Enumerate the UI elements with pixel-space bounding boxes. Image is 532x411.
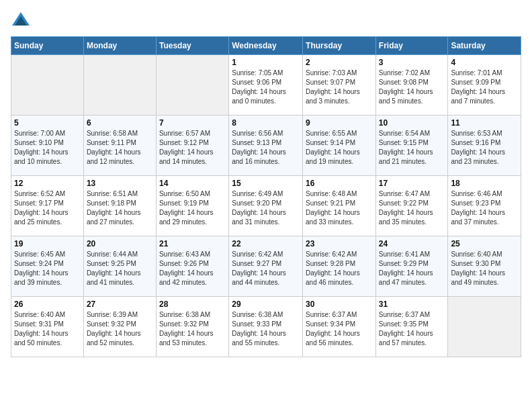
day-header-sunday: Sunday xyxy=(11,37,84,55)
day-info: Sunrise: 6:57 AM Sunset: 9:12 PM Dayligh… xyxy=(159,129,226,167)
calendar-cell: 12Sunrise: 6:52 AM Sunset: 9:17 PM Dayli… xyxy=(11,176,84,236)
calendar-table: SundayMondayTuesdayWednesdayThursdayFrid… xyxy=(11,36,521,357)
day-number: 25 xyxy=(451,239,518,248)
day-info: Sunrise: 6:42 AM Sunset: 9:28 PM Dayligh… xyxy=(306,250,373,287)
calendar-cell: 14Sunrise: 6:50 AM Sunset: 9:19 PM Dayli… xyxy=(156,176,228,236)
day-number: 9 xyxy=(306,118,373,128)
calendar-week-2: 5Sunrise: 7:00 AM Sunset: 9:10 PM Daylig… xyxy=(11,116,521,176)
calendar-cell: 28Sunrise: 6:38 AM Sunset: 9:32 PM Dayli… xyxy=(156,297,228,357)
calendar-cell: 10Sunrise: 6:54 AM Sunset: 9:15 PM Dayli… xyxy=(375,116,448,176)
calendar-cell: 21Sunrise: 6:43 AM Sunset: 9:26 PM Dayli… xyxy=(156,236,228,297)
day-info: Sunrise: 6:44 AM Sunset: 9:25 PM Dayligh… xyxy=(87,250,153,287)
calendar-cell: 27Sunrise: 6:39 AM Sunset: 9:32 PM Dayli… xyxy=(83,297,156,357)
day-number: 17 xyxy=(379,179,445,188)
day-number: 4 xyxy=(451,58,518,67)
day-header-saturday: Saturday xyxy=(448,37,521,55)
day-info: Sunrise: 6:46 AM Sunset: 9:23 PM Dayligh… xyxy=(451,189,518,227)
day-info: Sunrise: 7:01 AM Sunset: 9:09 PM Dayligh… xyxy=(451,68,518,106)
day-number: 23 xyxy=(306,239,373,248)
calendar-cell: 15Sunrise: 6:49 AM Sunset: 9:20 PM Dayli… xyxy=(229,176,303,236)
calendar-cell: 5Sunrise: 7:00 AM Sunset: 9:10 PM Daylig… xyxy=(11,116,84,176)
day-info: Sunrise: 6:37 AM Sunset: 9:34 PM Dayligh… xyxy=(306,310,373,348)
day-info: Sunrise: 6:55 AM Sunset: 9:14 PM Dayligh… xyxy=(306,129,373,167)
calendar-cell: 29Sunrise: 6:38 AM Sunset: 9:33 PM Dayli… xyxy=(229,297,303,357)
day-info: Sunrise: 6:52 AM Sunset: 9:17 PM Dayligh… xyxy=(14,189,81,227)
day-info: Sunrise: 6:42 AM Sunset: 9:27 PM Dayligh… xyxy=(232,250,300,287)
logo xyxy=(11,11,34,31)
calendar-cell: 1Sunrise: 7:05 AM Sunset: 9:06 PM Daylig… xyxy=(229,55,303,116)
day-number: 2 xyxy=(306,58,373,67)
calendar-cell: 11Sunrise: 6:53 AM Sunset: 9:16 PM Dayli… xyxy=(448,116,521,176)
day-number: 20 xyxy=(87,239,153,248)
day-info: Sunrise: 7:00 AM Sunset: 9:10 PM Dayligh… xyxy=(14,129,81,167)
day-number: 22 xyxy=(232,239,300,248)
day-number: 29 xyxy=(232,300,300,309)
day-number: 12 xyxy=(14,179,81,188)
day-info: Sunrise: 6:40 AM Sunset: 9:30 PM Dayligh… xyxy=(451,250,518,287)
day-number: 19 xyxy=(14,239,81,248)
calendar-cell: 3Sunrise: 7:02 AM Sunset: 9:08 PM Daylig… xyxy=(375,55,448,116)
day-header-tuesday: Tuesday xyxy=(156,37,228,55)
day-info: Sunrise: 6:48 AM Sunset: 9:21 PM Dayligh… xyxy=(306,189,373,227)
day-info: Sunrise: 7:02 AM Sunset: 9:08 PM Dayligh… xyxy=(379,68,445,106)
day-info: Sunrise: 6:51 AM Sunset: 9:18 PM Dayligh… xyxy=(87,189,153,227)
calendar-cell: 23Sunrise: 6:42 AM Sunset: 9:28 PM Dayli… xyxy=(303,236,376,297)
calendar-cell: 25Sunrise: 6:40 AM Sunset: 9:30 PM Dayli… xyxy=(448,236,521,297)
calendar-week-5: 26Sunrise: 6:40 AM Sunset: 9:31 PM Dayli… xyxy=(11,297,521,357)
calendar-cell: 20Sunrise: 6:44 AM Sunset: 9:25 PM Dayli… xyxy=(83,236,156,297)
day-number: 21 xyxy=(159,239,226,248)
day-number: 15 xyxy=(232,179,300,188)
day-info: Sunrise: 6:54 AM Sunset: 9:15 PM Dayligh… xyxy=(379,129,445,167)
day-info: Sunrise: 6:37 AM Sunset: 9:35 PM Dayligh… xyxy=(379,310,445,348)
day-info: Sunrise: 6:40 AM Sunset: 9:31 PM Dayligh… xyxy=(14,310,81,348)
day-number: 28 xyxy=(159,300,226,309)
day-header-wednesday: Wednesday xyxy=(229,37,303,55)
day-number: 14 xyxy=(159,179,226,188)
calendar-cell: 24Sunrise: 6:41 AM Sunset: 9:29 PM Dayli… xyxy=(375,236,448,297)
day-info: Sunrise: 6:38 AM Sunset: 9:33 PM Dayligh… xyxy=(232,310,300,348)
calendar-cell xyxy=(448,297,521,357)
day-number: 3 xyxy=(379,58,445,67)
day-info: Sunrise: 6:43 AM Sunset: 9:26 PM Dayligh… xyxy=(159,250,226,287)
calendar-cell: 31Sunrise: 6:37 AM Sunset: 9:35 PM Dayli… xyxy=(375,297,448,357)
day-number: 31 xyxy=(379,300,445,309)
calendar-cell: 13Sunrise: 6:51 AM Sunset: 9:18 PM Dayli… xyxy=(83,176,156,236)
day-info: Sunrise: 6:38 AM Sunset: 9:32 PM Dayligh… xyxy=(159,310,226,348)
day-number: 13 xyxy=(87,179,153,188)
day-number: 27 xyxy=(87,300,153,309)
day-info: Sunrise: 7:03 AM Sunset: 9:07 PM Dayligh… xyxy=(306,68,373,106)
calendar-cell: 8Sunrise: 6:56 AM Sunset: 9:13 PM Daylig… xyxy=(229,116,303,176)
day-number: 26 xyxy=(14,300,81,309)
calendar-week-1: 1Sunrise: 7:05 AM Sunset: 9:06 PM Daylig… xyxy=(11,55,521,116)
day-number: 30 xyxy=(306,300,373,309)
day-info: Sunrise: 6:45 AM Sunset: 9:24 PM Dayligh… xyxy=(14,250,81,287)
calendar-cell: 4Sunrise: 7:01 AM Sunset: 9:09 PM Daylig… xyxy=(448,55,521,116)
day-number: 18 xyxy=(451,179,518,188)
calendar-week-4: 19Sunrise: 6:45 AM Sunset: 9:24 PM Dayli… xyxy=(11,236,521,297)
day-info: Sunrise: 6:47 AM Sunset: 9:22 PM Dayligh… xyxy=(379,189,445,227)
calendar-cell: 22Sunrise: 6:42 AM Sunset: 9:27 PM Dayli… xyxy=(229,236,303,297)
day-number: 16 xyxy=(306,179,373,188)
day-number: 8 xyxy=(232,118,300,128)
calendar-cell: 9Sunrise: 6:55 AM Sunset: 9:14 PM Daylig… xyxy=(303,116,376,176)
day-info: Sunrise: 6:56 AM Sunset: 9:13 PM Dayligh… xyxy=(232,129,300,167)
day-info: Sunrise: 6:53 AM Sunset: 9:16 PM Dayligh… xyxy=(451,129,518,167)
day-number: 5 xyxy=(14,118,81,128)
calendar-cell: 16Sunrise: 6:48 AM Sunset: 9:21 PM Dayli… xyxy=(303,176,376,236)
day-info: Sunrise: 6:49 AM Sunset: 9:20 PM Dayligh… xyxy=(232,189,300,227)
calendar-header-row: SundayMondayTuesdayWednesdayThursdayFrid… xyxy=(11,37,521,55)
calendar-week-3: 12Sunrise: 6:52 AM Sunset: 9:17 PM Dayli… xyxy=(11,176,521,236)
calendar-cell: 19Sunrise: 6:45 AM Sunset: 9:24 PM Dayli… xyxy=(11,236,84,297)
calendar-cell xyxy=(156,55,228,116)
calendar-cell: 6Sunrise: 6:58 AM Sunset: 9:11 PM Daylig… xyxy=(83,116,156,176)
day-info: Sunrise: 6:41 AM Sunset: 9:29 PM Dayligh… xyxy=(379,250,445,287)
day-number: 10 xyxy=(379,118,445,128)
day-number: 11 xyxy=(451,118,518,128)
day-info: Sunrise: 6:39 AM Sunset: 9:32 PM Dayligh… xyxy=(87,310,153,348)
day-number: 7 xyxy=(159,118,226,128)
calendar-cell: 26Sunrise: 6:40 AM Sunset: 9:31 PM Dayli… xyxy=(11,297,84,357)
calendar-cell xyxy=(83,55,156,116)
calendar-cell xyxy=(11,55,84,116)
calendar-cell: 18Sunrise: 6:46 AM Sunset: 9:23 PM Dayli… xyxy=(448,176,521,236)
day-number: 6 xyxy=(87,118,153,128)
